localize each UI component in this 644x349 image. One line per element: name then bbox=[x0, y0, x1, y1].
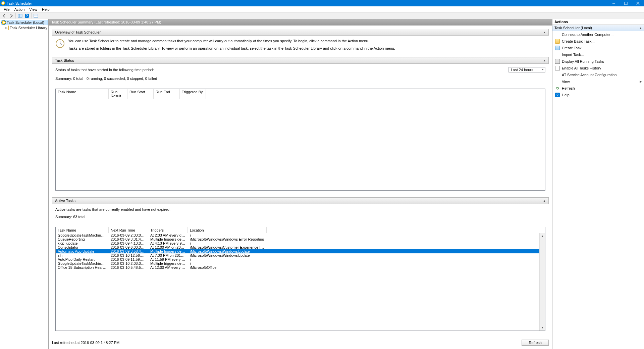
col-task-name[interactable]: Task Name bbox=[56, 227, 109, 233]
table-row[interactable]: Automatic App Update2016-03-09 3:58:41 P… bbox=[56, 249, 545, 253]
col-task-name[interactable]: Task Name bbox=[56, 89, 109, 99]
tree-library[interactable]: ▷ Task Scheduler Library bbox=[1, 25, 48, 31]
close-button[interactable] bbox=[632, 0, 644, 6]
cell-next-run: 2016-03-09 11:59:00 PM bbox=[109, 257, 148, 261]
tree-root-label: Task Scheduler (Local) bbox=[7, 20, 44, 24]
status-period-label: Status of tasks that have started in the… bbox=[55, 68, 154, 72]
tree-library-label: Task Scheduler Library bbox=[10, 26, 47, 30]
cell-task-name: AutoPico Daily Restart bbox=[56, 257, 109, 261]
action-item[interactable]: Display All Running Tasks bbox=[552, 58, 644, 65]
refresh-button[interactable]: Refresh bbox=[522, 340, 549, 346]
help-button[interactable]: ? bbox=[24, 13, 30, 19]
table-row[interactable]: Consolidator2016-03-09 6:00:00 PMAt 12:0… bbox=[56, 245, 545, 249]
menu-action[interactable]: Action bbox=[12, 7, 27, 12]
menu-help[interactable]: Help bbox=[40, 7, 52, 12]
action-item[interactable]: Import Task... bbox=[552, 51, 644, 58]
enable-icon bbox=[555, 66, 560, 70]
actions-panel: Actions Task Scheduler (Local) ▲ Connect… bbox=[552, 19, 644, 349]
clock-icon bbox=[55, 39, 65, 48]
cell-task-name: sih bbox=[56, 253, 109, 257]
overview-title: Overview of Task Scheduler bbox=[55, 30, 101, 34]
actions-title: Actions bbox=[552, 19, 644, 25]
collapse-icon[interactable]: ▲ bbox=[543, 31, 546, 34]
status-table-body bbox=[56, 99, 545, 190]
tree-expand-icon[interactable]: ▷ bbox=[5, 26, 8, 30]
menubar: File Action View Help bbox=[0, 6, 644, 12]
col-run-result[interactable]: Run Result bbox=[109, 89, 127, 99]
tree-root[interactable]: Task Scheduler (Local) bbox=[1, 20, 48, 25]
action-label: Refresh bbox=[562, 86, 575, 90]
show-hide-tree-button[interactable] bbox=[17, 13, 23, 19]
cell-location: \Microsoft\Windows\WindowsUpdate bbox=[188, 253, 267, 257]
scheduler-icon bbox=[1, 20, 6, 25]
minimize-button[interactable] bbox=[608, 0, 620, 6]
scroll-up-icon[interactable]: ▲ bbox=[540, 233, 545, 239]
active-tasks-summary: Summary: 63 total bbox=[55, 215, 545, 219]
actions-group: Task Scheduler (Local) ▲ bbox=[552, 25, 644, 31]
active-tasks-body: GoogleUpdateTaskMachineUA2016-03-09 2:03… bbox=[56, 233, 545, 331]
table-row[interactable]: Office 15 Subscription Heartbeat2016-03-… bbox=[56, 265, 545, 269]
cell-next-run: 2016-03-10 2:03:00 AM bbox=[109, 261, 148, 265]
cell-next-run: 2016-03-09 4:13:00 PM bbox=[109, 241, 148, 245]
action-label: Import Task... bbox=[562, 53, 584, 57]
overview-line2: Tasks are stored in folders in the Task … bbox=[68, 46, 395, 50]
action-item[interactable]: Create Task... bbox=[552, 45, 644, 51]
cell-triggers: At 11:59 PM every day bbox=[148, 257, 188, 261]
action-label: Display All Running Tasks bbox=[562, 59, 604, 63]
svg-text:?: ? bbox=[26, 14, 28, 18]
cell-triggers: At 7:00 PM on 2013-12-3... bbox=[148, 253, 188, 257]
col-next-run[interactable]: Next Run Time bbox=[109, 227, 148, 233]
action-item[interactable]: ?Help bbox=[552, 92, 644, 98]
submenu-arrow-icon: ▶ bbox=[640, 80, 642, 83]
action-item[interactable]: ↻Refresh bbox=[552, 85, 644, 92]
cell-next-run: 2016-03-09 2:03:00 PM bbox=[109, 233, 148, 237]
cell-next-run: 2016-03-10 12:56:34 AM bbox=[109, 253, 148, 257]
action-label: Connect to Another Computer... bbox=[562, 33, 613, 37]
col-location[interactable]: Location bbox=[188, 227, 267, 233]
toolbar: ? bbox=[0, 12, 644, 19]
cell-task-name: Consolidator bbox=[56, 245, 109, 249]
table-row[interactable]: AutoPico Daily Restart2016-03-09 11:59:0… bbox=[56, 257, 545, 261]
action-item[interactable]: Connect to Another Computer... bbox=[552, 31, 644, 38]
tree-panel: Task Scheduler (Local) ▷ Task Scheduler … bbox=[0, 19, 49, 349]
back-button[interactable] bbox=[1, 13, 7, 19]
table-row[interactable]: klcp_update2016-03-09 4:13:00 PMAt 4:13 … bbox=[56, 241, 545, 245]
cell-triggers: Multiple triggers defined bbox=[148, 249, 188, 253]
svg-rect-4 bbox=[18, 14, 22, 17]
forward-button[interactable] bbox=[8, 13, 14, 19]
collapse-icon[interactable]: ▲ bbox=[543, 59, 546, 62]
action-item[interactable]: AT Service Account Configuration bbox=[552, 71, 644, 78]
menu-view[interactable]: View bbox=[27, 7, 40, 12]
maximize-button[interactable] bbox=[620, 0, 632, 6]
action-item[interactable]: View▶ bbox=[552, 78, 644, 85]
help-icon: ? bbox=[555, 93, 560, 97]
action-item[interactable]: Enable All Tasks History bbox=[552, 65, 644, 71]
collapse-icon[interactable]: ▲ bbox=[543, 199, 546, 202]
collapse-icon[interactable]: ▲ bbox=[639, 27, 642, 30]
menu-file[interactable]: File bbox=[1, 7, 12, 12]
cell-triggers: At 2:03 AM every day - ... bbox=[148, 233, 188, 237]
scroll-down-icon[interactable]: ▼ bbox=[540, 325, 545, 331]
table-row[interactable]: GoogleUpdateTaskMachineCore2016-03-10 2:… bbox=[56, 261, 545, 265]
col-triggers[interactable]: Triggers bbox=[148, 227, 188, 233]
table-row[interactable]: GoogleUpdateTaskMachineUA2016-03-09 2:03… bbox=[56, 233, 545, 237]
app-icon bbox=[1, 1, 5, 5]
active-tasks-title: Active Tasks bbox=[55, 199, 75, 203]
properties-button[interactable] bbox=[33, 13, 39, 19]
cell-location: \Microsoft\Windows\Windows Error Reporti… bbox=[188, 237, 267, 241]
cell-location: \Microsoft\Windows\Customer Experience I… bbox=[188, 245, 267, 249]
status-period-dropdown[interactable]: Last 24 hours bbox=[508, 67, 545, 72]
scrollbar[interactable]: ▲ ▼ bbox=[539, 233, 545, 331]
col-run-end[interactable]: Run End bbox=[154, 89, 180, 99]
cell-task-name: GoogleUpdateTaskMachineCore bbox=[56, 261, 109, 265]
status-summary: Summary: 0 total - 0 running, 0 succeede… bbox=[55, 77, 545, 81]
cell-next-run: 2016-03-10 5:48:55 AM bbox=[109, 265, 148, 269]
cell-task-name: klcp_update bbox=[56, 241, 109, 245]
table-row[interactable]: sih2016-03-10 12:56:34 AMAt 7:00 PM on 2… bbox=[56, 253, 545, 257]
action-item[interactable]: Create Basic Task... bbox=[552, 38, 644, 45]
cell-location: \ bbox=[188, 257, 267, 261]
col-triggered-by[interactable]: Triggered By bbox=[180, 89, 206, 99]
active-tasks-section: Active Tasks ▲ Active tasks are tasks th… bbox=[52, 197, 549, 333]
col-run-start[interactable]: Run Start bbox=[127, 89, 154, 99]
table-row[interactable]: QueueReporting2016-03-09 3:31:44 PMMulti… bbox=[56, 237, 545, 241]
